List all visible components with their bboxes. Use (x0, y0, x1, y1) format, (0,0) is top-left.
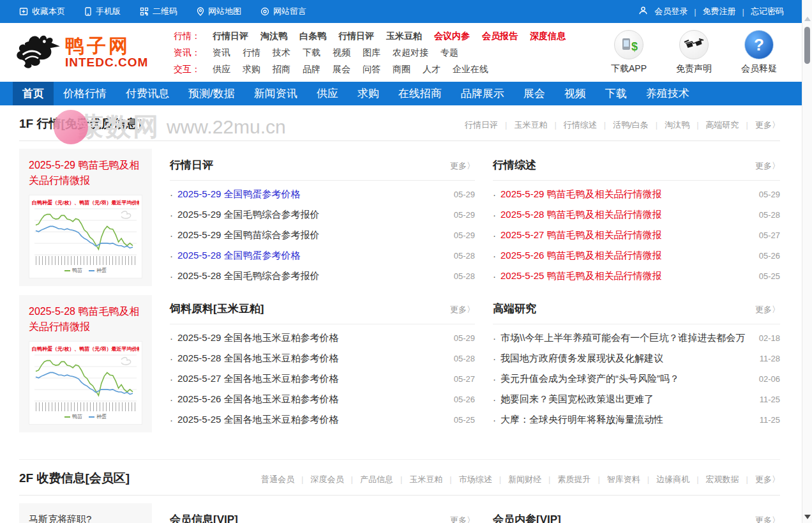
nav-breeding-tech[interactable]: 养殖技术 (636, 82, 699, 105)
list-item[interactable]: ·美元升值会成为全球资产的“头号风险”吗？02-06 (493, 368, 780, 389)
scrollbar[interactable] (802, 0, 812, 523)
menu-link[interactable]: 行情日评 (213, 27, 248, 44)
menu-link[interactable]: 展会 (333, 61, 350, 77)
list-item[interactable]: ·2025-5-28 全国各地玉米豆粕参考价格05-28 (170, 348, 475, 368)
nav-supply[interactable]: 供应 (307, 82, 348, 105)
list-item[interactable]: ·市场\\今年上半年养殖可能会有一个巨坑？谁掉进去都会万02-18 (493, 328, 780, 348)
forgot-password-link[interactable]: 忘记密码 (751, 6, 784, 17)
menu-link[interactable]: 玉米豆粕 (386, 27, 422, 44)
menu-link[interactable]: 求购 (243, 61, 260, 77)
bookmark-page-link[interactable]: 收藏本页 (19, 6, 65, 17)
list-item[interactable]: ·2025-5-29 全国毛鸭综合参考报价05-29 (170, 204, 475, 225)
menu-link[interactable]: 商圈 (393, 61, 410, 77)
f1-link[interactable]: 活鸭/白条 (597, 119, 649, 131)
list-item[interactable]: ·2025-5-29 鸭苗毛鸭及相关品行情微报05-29 (493, 184, 780, 204)
list-item[interactable]: ·2025-5-29 全国鸭苗综合参考报价05-29 (170, 225, 475, 245)
menu-link[interactable]: 淘汰鸭 (260, 27, 287, 44)
nav-home[interactable]: 首页 (13, 82, 54, 105)
list-item[interactable]: ·大摩：全球央行明年将释放海量流动性11-25 (493, 409, 780, 430)
list-item[interactable]: ·2025-5-25 全国各地玉米豆粕参考价格05-25 (170, 409, 475, 430)
nav-brand-show[interactable]: 品牌展示 (451, 82, 514, 105)
menu-link[interactable]: 深度信息 (530, 27, 566, 44)
f2-link[interactable]: 普通会员 (261, 474, 294, 485)
menu-link[interactable]: 专题 (440, 44, 458, 61)
more-link[interactable]: 更多〉 (450, 515, 475, 523)
menu-link[interactable]: 招商 (273, 61, 290, 77)
menu-link[interactable]: 会员报告 (482, 27, 518, 44)
f2-link[interactable]: 边缘商机 (640, 474, 689, 485)
more-link[interactable]: 更多〉 (755, 160, 780, 172)
nav-download[interactable]: 下载 (596, 82, 636, 105)
more-link[interactable]: 更多〉 (755, 304, 780, 315)
f1-link[interactable]: 高端研究 (689, 119, 739, 131)
f2-link[interactable]: 深度会员 (294, 474, 343, 485)
f2-more-link[interactable]: 更多〉 (739, 474, 780, 485)
free-register-link[interactable]: 免费注册 (703, 6, 736, 17)
scroll-down-arrow-icon[interactable] (804, 515, 811, 519)
menu-link[interactable]: 行情日评 (338, 27, 374, 44)
list-item[interactable]: ·2025-5-26 全国各地玉米豆粕参考价格05-26 (170, 389, 475, 409)
download-app-button[interactable]: $ 下载APP (604, 30, 654, 75)
nav-purchase[interactable]: 求购 (348, 82, 389, 105)
more-link[interactable]: 更多〉 (755, 515, 780, 523)
list-item[interactable]: ·2025-5-29 全国鸭蛋参考价格05-29 (170, 184, 475, 204)
qr-code-link[interactable]: 二维码 (140, 6, 177, 17)
nav-online-investment[interactable]: 在线招商 (389, 82, 451, 105)
more-link[interactable]: 更多〉 (450, 304, 475, 315)
f2-link[interactable]: 智库资料 (590, 474, 640, 485)
member-login-link[interactable]: 会员登录 (654, 6, 688, 17)
f1-link[interactable]: 淘汰鸭 (649, 119, 689, 131)
site-logo[interactable]: 鸭子网 INTEDC.COM (14, 32, 170, 73)
mobile-version-link[interactable]: 手机版 (84, 6, 121, 17)
menu-link[interactable]: 技术 (273, 44, 290, 61)
list-item[interactable]: ·2025-5-27 鸭苗毛鸭及相关品行情微报05-27 (493, 225, 780, 245)
nav-price-quotes[interactable]: 价格行情 (54, 82, 116, 105)
report-card[interactable]: 2025-5-29 鸭苗毛鸭及相关品行情微报 白鸭种蛋（元/枚）、鸭苗（元/羽）… (19, 149, 152, 286)
f1-more-link[interactable]: 更多〉 (739, 119, 780, 131)
menu-link[interactable]: 资讯 (213, 44, 230, 61)
member-faq-button[interactable]: ? 会员释疑 (734, 30, 784, 75)
f2-link[interactable]: 素质提升 (541, 474, 590, 485)
f2-link[interactable]: 宏观数据 (689, 474, 739, 485)
sitemap-link[interactable]: 网站地图 (197, 6, 241, 17)
menu-link[interactable]: 农超对接 (393, 44, 428, 61)
list-item[interactable]: ·2025-5-27 全国各地玉米豆粕参考价格05-27 (170, 368, 475, 389)
list-item[interactable]: ·2025-5-28 鸭苗毛鸭及相关品行情微报05-28 (493, 204, 780, 225)
report-card[interactable]: 2025-5-28 鸭苗毛鸭及相关品行情微报 白鸭种蛋（元/枚）、鸭苗（元/羽）… (19, 295, 152, 432)
menu-link[interactable]: 图库 (363, 44, 380, 61)
scroll-up-arrow-icon[interactable] (804, 17, 811, 21)
menu-link[interactable]: 白条鸭 (299, 27, 326, 44)
list-item[interactable]: ·2025-5-29 全国各地玉米豆粕参考价格05-29 (170, 328, 475, 348)
menu-link[interactable]: 品牌 (303, 61, 320, 77)
nav-exhibition[interactable]: 展会 (514, 82, 555, 105)
list-item[interactable]: ·2025-5-25 鸭苗毛鸭及相关品行情微报05-25 (493, 266, 780, 286)
f2-link[interactable]: 产品信息 (343, 474, 393, 485)
nav-news[interactable]: 新闻资讯 (244, 82, 307, 105)
menu-link[interactable]: 企业在线 (453, 61, 488, 77)
menu-link[interactable]: 人才 (423, 61, 440, 77)
list-item[interactable]: ·她要回来？美国宽松政策退出更难了11-25 (493, 389, 780, 409)
memo-card[interactable]: 马斯克将辞职? (19, 503, 152, 523)
f1-link[interactable]: 行情综述 (547, 119, 596, 131)
list-item[interactable]: ·2025-5-26 鸭苗毛鸭及相关品行情微报05-26 (493, 245, 780, 266)
report-card-title[interactable]: 2025-5-29 鸭苗毛鸭及相关品行情微报 (29, 158, 142, 188)
f2-link[interactable]: 新闻财经 (492, 474, 541, 485)
scrollbar-thumb[interactable] (804, 27, 810, 64)
disclaimer-button[interactable]: 免责声明 (669, 30, 719, 75)
nav-forecast-data[interactable]: 预测/数据 (179, 82, 244, 105)
report-card-title[interactable]: 2025-5-28 鸭苗毛鸭及相关品行情微报 (29, 304, 142, 335)
list-item[interactable]: ·我国地方政府债务发展现状及化解建议11-28 (493, 348, 780, 368)
menu-link[interactable]: 供应 (213, 61, 230, 77)
f1-link[interactable]: 行情日评 (465, 119, 498, 131)
f2-link[interactable]: 玉米豆粕 (393, 474, 442, 485)
menu-link[interactable]: 会议内参 (434, 27, 470, 44)
nav-video[interactable]: 视频 (555, 82, 596, 105)
site-feedback-link[interactable]: 网站留言 (260, 6, 306, 17)
f1-link[interactable]: 玉米豆粕 (498, 119, 547, 131)
menu-link[interactable]: 视频 (333, 44, 350, 61)
menu-link[interactable]: 行情 (243, 44, 260, 61)
f2-link[interactable]: 市场综述 (442, 474, 492, 485)
list-item[interactable]: ·2025-5-28 全国毛鸭综合参考报价05-28 (170, 266, 475, 286)
more-link[interactable]: 更多〉 (450, 160, 475, 172)
nav-paid-info[interactable]: 付费讯息 (116, 82, 179, 105)
